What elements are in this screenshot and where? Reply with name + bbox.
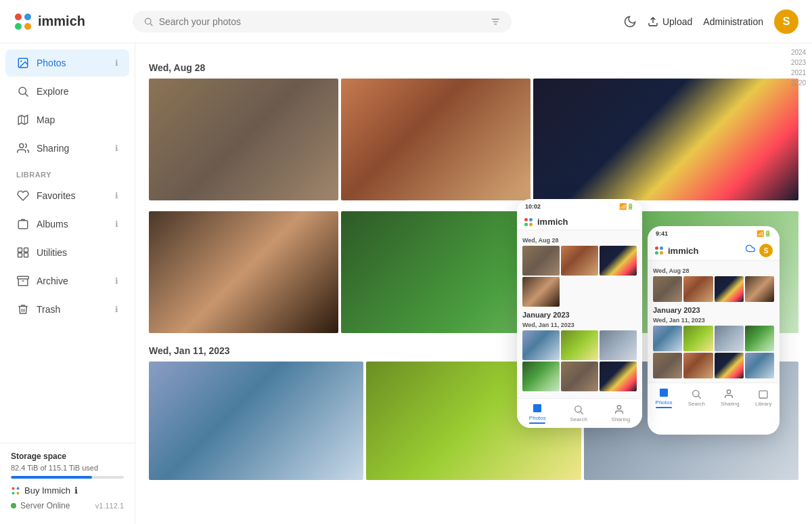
phone2-icons: 📶🔋 [757, 230, 771, 237]
phone-photo[interactable] [561, 246, 598, 276]
phone-photo[interactable] [653, 326, 682, 351]
svg-point-25 [12, 487, 15, 489]
phone-photo[interactable] [745, 353, 774, 378]
photos-info-icon[interactable]: ℹ [115, 58, 118, 68]
svg-point-3 [24, 23, 31, 30]
phone2-time: 9:41 [656, 230, 668, 237]
trash-info-icon[interactable]: ℹ [115, 305, 118, 314]
albums-info-icon[interactable]: ℹ [115, 219, 118, 229]
search-bar[interactable] [133, 11, 512, 32]
svg-point-39 [655, 251, 658, 255]
phone-photo[interactable] [683, 276, 713, 302]
photo-item[interactable] [533, 79, 798, 200]
buy-info-icon[interactable]: ℹ [74, 485, 78, 496]
phone-mockup-1: 10:02 📶🔋 immich Wed, Aug 28 [517, 199, 642, 428]
svg-point-12 [19, 87, 26, 95]
search-icon [143, 16, 154, 27]
phone-photo[interactable] [561, 362, 598, 391]
sidebar-item-utilities[interactable]: Utilities [5, 239, 129, 266]
phone-photo[interactable] [600, 246, 637, 276]
sharing-label: Sharing [37, 143, 69, 154]
favorites-icon [16, 189, 30, 202]
storage-fill [11, 476, 92, 479]
timeline-2023[interactable]: 2023 [791, 59, 806, 66]
phone1-grid1 [522, 246, 637, 307]
archive-info-icon[interactable]: ℹ [115, 276, 118, 286]
phone2-nav-search[interactable]: Search [688, 389, 705, 407]
administration-link[interactable]: Administration [703, 16, 763, 27]
phone-photo[interactable] [561, 330, 598, 360]
svg-point-31 [524, 223, 528, 226]
phone-photo[interactable] [745, 326, 774, 351]
phone-photo[interactable] [522, 277, 560, 307]
topbar: immich Upload Administration S [0, 0, 812, 43]
svg-rect-21 [18, 253, 22, 257]
phone1-nav-sharing[interactable]: Sharing [612, 404, 631, 422]
phone-photo[interactable] [600, 362, 637, 391]
timeline-2024[interactable]: 2024 [791, 49, 806, 56]
svg-marker-14 [18, 115, 28, 125]
svg-point-0 [15, 14, 22, 20]
archive-label: Archive [37, 276, 68, 286]
photo-item[interactable] [149, 362, 363, 480]
phone-photo[interactable] [653, 276, 682, 302]
phone2-logo-icon [654, 246, 664, 255]
sidebar-item-sharing[interactable]: Sharing ℹ [5, 135, 129, 162]
phone2-nav-sharing[interactable]: Sharing [721, 389, 740, 407]
storage-value: 82.4 TiB of 115.1 TiB used [11, 464, 124, 472]
storage-label: Storage space [11, 452, 124, 461]
phone1-time: 10:02 [525, 203, 541, 210]
phone-photo[interactable] [715, 326, 744, 351]
svg-point-2 [15, 23, 22, 30]
phone2-nav-photos[interactable]: Photos [656, 387, 673, 408]
sharing-info-icon[interactable]: ℹ [115, 144, 118, 153]
svg-point-36 [618, 406, 621, 409]
phone1-content: Wed, Aug 28 January 2023 Wed, Jan 11, 20… [517, 230, 642, 398]
phone-photo[interactable] [715, 276, 744, 302]
buy-immich-icon [11, 486, 20, 496]
phone-photo[interactable] [715, 353, 744, 378]
photo-item[interactable] [341, 79, 531, 200]
photo-item[interactable] [149, 79, 338, 200]
upload-button[interactable]: Upload [648, 16, 692, 27]
explore-label: Explore [37, 86, 68, 97]
favorites-info-icon[interactable]: ℹ [115, 191, 118, 200]
user-avatar[interactable]: S [774, 9, 798, 34]
phone-photo[interactable] [683, 326, 713, 351]
archive-icon [16, 274, 30, 288]
sidebar-item-map[interactable]: Map [5, 106, 129, 133]
timeline-2021[interactable]: 2021 [791, 69, 806, 77]
svg-point-30 [529, 218, 533, 221]
sidebar-item-favorites[interactable]: Favorites ℹ [5, 182, 129, 209]
phone-photo[interactable] [600, 330, 637, 360]
svg-point-40 [660, 251, 663, 255]
phone1-nav-search[interactable]: Search [570, 404, 587, 422]
phone2-section-label: January 2023 [653, 306, 774, 314]
sidebar-item-photos[interactable]: Photos ℹ [5, 49, 129, 77]
filter-icon[interactable] [491, 16, 501, 27]
trash-icon [16, 303, 30, 316]
phone2-nav-library[interactable]: Library [755, 389, 771, 407]
phone-photo[interactable] [653, 353, 682, 378]
buy-immich-link[interactable]: Buy Immich ℹ [11, 485, 124, 496]
sidebar-item-explore[interactable]: Explore [5, 78, 129, 105]
phone-photo[interactable] [522, 246, 560, 276]
search-input[interactable] [159, 16, 486, 27]
phone1-date2: Wed, Jan 11, 2023 [522, 322, 637, 328]
timeline-2020[interactable]: 2020 [791, 79, 806, 87]
sidebar-item-trash[interactable]: Trash ℹ [5, 296, 129, 323]
phone-photo[interactable] [745, 276, 774, 302]
dark-mode-icon[interactable] [623, 15, 637, 28]
phone-photo[interactable] [522, 330, 560, 360]
svg-line-13 [25, 93, 28, 96]
sidebar-item-albums[interactable]: Albums ℹ [5, 211, 129, 238]
phone2-avatar: S [759, 244, 773, 257]
phone-photo[interactable] [683, 353, 713, 378]
photo-item[interactable] [149, 211, 338, 333]
phone1-nav-photos[interactable]: Photos [529, 403, 546, 424]
photo-content: 2024 2023 2021 2020 Wed, Aug 28 Wed, Jan… [135, 43, 812, 524]
phone-photo[interactable] [522, 362, 560, 391]
sidebar-item-archive[interactable]: Archive ℹ [5, 267, 129, 294]
app-name: immich [38, 14, 85, 29]
svg-point-28 [17, 492, 20, 494]
